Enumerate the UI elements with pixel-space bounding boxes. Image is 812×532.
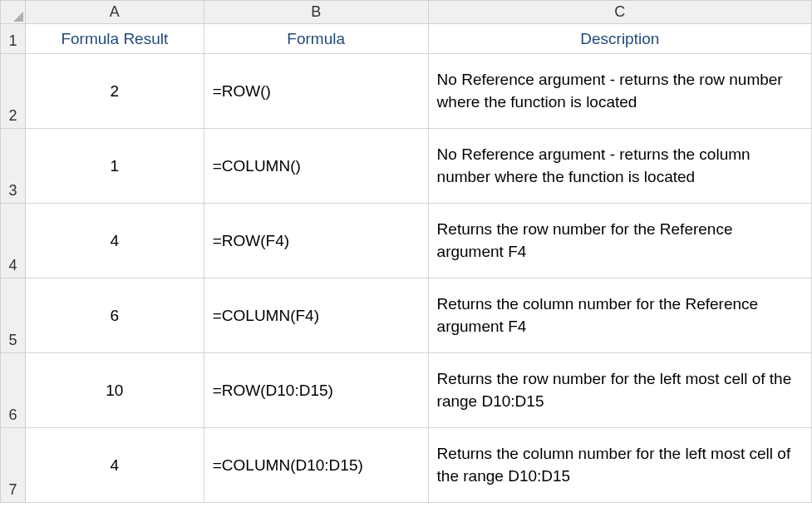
row-header-2[interactable]: 2 — [1, 54, 26, 129]
row-header-3[interactable]: 3 — [1, 129, 26, 204]
cell-A6[interactable]: 10 — [25, 353, 204, 428]
spreadsheet-table: A B C 1 Formula Result Formula Descripti… — [0, 0, 812, 503]
row-header-1[interactable]: 1 — [1, 24, 26, 54]
cell-B7[interactable]: =COLUMN(D10:D15) — [204, 428, 428, 503]
row-header-5[interactable]: 5 — [1, 278, 26, 353]
row-header-4[interactable]: 4 — [1, 204, 26, 278]
cell-A7[interactable]: 4 — [25, 428, 204, 503]
cell-C5[interactable]: Returns the column number for the Refere… — [428, 278, 811, 353]
cell-C2[interactable]: No Reference argument - returns the row … — [428, 54, 811, 129]
row-header-7[interactable]: 7 — [1, 428, 26, 503]
cell-A1[interactable]: Formula Result — [25, 24, 204, 54]
cell-A5[interactable]: 6 — [25, 278, 204, 353]
select-all-corner[interactable] — [1, 1, 26, 24]
column-header-A[interactable]: A — [25, 1, 204, 24]
cell-B4[interactable]: =ROW(F4) — [204, 204, 428, 278]
cell-A3[interactable]: 1 — [25, 129, 204, 204]
cell-B5[interactable]: =COLUMN(F4) — [204, 278, 428, 353]
cell-C4[interactable]: Returns the row number for the Reference… — [428, 204, 811, 278]
column-header-B[interactable]: B — [204, 1, 428, 24]
row-header-6[interactable]: 6 — [1, 353, 26, 428]
cell-C7[interactable]: Returns the column number for the left m… — [428, 428, 811, 503]
cell-B2[interactable]: =ROW() — [204, 54, 428, 129]
cell-B6[interactable]: =ROW(D10:D15) — [204, 353, 428, 428]
cell-A4[interactable]: 4 — [25, 204, 204, 278]
cell-A2[interactable]: 2 — [25, 54, 204, 129]
column-header-C[interactable]: C — [428, 1, 811, 24]
cell-B3[interactable]: =COLUMN() — [204, 129, 428, 204]
cell-C3[interactable]: No Reference argument - returns the colu… — [428, 129, 811, 204]
cell-C1[interactable]: Description — [428, 24, 811, 54]
cell-B1[interactable]: Formula — [204, 24, 428, 54]
cell-C6[interactable]: Returns the row number for the left most… — [428, 353, 811, 428]
